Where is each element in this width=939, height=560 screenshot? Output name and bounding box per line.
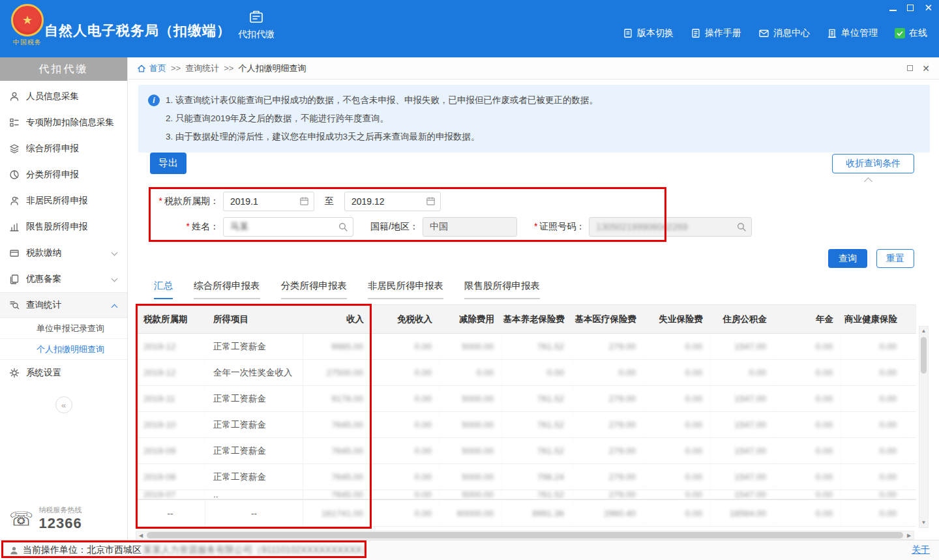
table-cell: 0.00	[644, 438, 711, 464]
window-controls: ✕	[889, 4, 932, 12]
table-cell	[905, 412, 916, 437]
user-icon	[9, 546, 19, 555]
minimize-button[interactable]	[889, 5, 897, 11]
tab-summary[interactable]: 汇总	[154, 280, 173, 299]
phone-icon: ☏	[9, 509, 34, 529]
table-row: 2019-11正常工资薪金9178.000.005000.00761.52279…	[136, 386, 916, 412]
calendar-icon[interactable]	[299, 196, 309, 206]
table-cell: 正常工资薪金	[205, 438, 303, 464]
table-cell: 761.52	[502, 386, 573, 411]
table-cell: 0.00	[644, 412, 711, 437]
search-icon[interactable]	[338, 222, 348, 232]
link-version-switch[interactable]: 版本切换	[623, 27, 674, 39]
tab-withholding-module[interactable]: 代扣代缴	[230, 8, 283, 40]
tab-restricted-shares[interactable]: 限售股所得申报表	[464, 280, 540, 299]
scroll-right-icon[interactable]: ▶	[904, 533, 914, 538]
region-input[interactable]: 中国	[423, 217, 517, 237]
content-area: i 1. 该查询统计表仅能查询已申报成功的数据，不包含未申报、申报失败，已申报但…	[128, 80, 939, 540]
tab-nonresident-income[interactable]: 非居民所得申报表	[368, 280, 443, 299]
table-header-row: 税款所属期所得项目收入免税收入减除费用基本养老保险费基本医疗保险费失业保险费住房…	[136, 304, 916, 334]
column-header: 税款所属期	[136, 305, 205, 333]
table-cell: --	[136, 500, 205, 526]
vertical-scrollbar[interactable]: ▲ ▼	[919, 326, 929, 528]
scroll-down-icon[interactable]: ▼	[919, 518, 928, 527]
query-button[interactable]: 查询	[828, 249, 867, 268]
sidebar-item-comprehensive-income[interactable]: 综合所得申报	[0, 136, 127, 162]
sidebar-item-query-statistics[interactable]: 查询统计	[0, 292, 127, 318]
collapse-caret-icon[interactable]	[864, 177, 872, 186]
info-icon: i	[148, 95, 160, 106]
table-cell: 2019-12	[136, 334, 205, 359]
table-cell: 5000.00	[440, 464, 502, 490]
sidebar-item-preferential-filing[interactable]: 优惠备案	[0, 266, 127, 292]
column-header: 免税收入	[372, 305, 440, 333]
breadcrumb-home[interactable]: 首页	[149, 63, 166, 74]
table-cell: 0.00	[372, 464, 440, 490]
reset-button[interactable]: 重置	[876, 249, 914, 268]
sidebar-subitem-personal-withholding-query[interactable]: 个人扣缴明细查询	[0, 339, 127, 360]
sidebar-item-system-settings[interactable]: 系统设置	[0, 360, 127, 386]
notice-box: i 1. 该查询统计表仅能查询已申报成功的数据，不包含未申报、申报失败，已申报但…	[138, 85, 930, 153]
sidebar-menu: 人员信息采集 专项附加扣除信息采集 综合所得申报 分类所得申报 非居民所得申报 …	[0, 81, 127, 413]
query-form-row-person: *姓名： 马某 国籍/地区： 中国 *证照号码： 130502199906042…	[151, 217, 752, 237]
table-cell: --	[205, 500, 303, 526]
export-button[interactable]: 导出	[150, 153, 186, 174]
table-body: 2019-12正常工资薪金9985.000.005000.00761.52279…	[136, 334, 916, 527]
tab-comprehensive-income[interactable]: 综合所得申报表	[194, 280, 260, 299]
sidebar-item-restricted-shares[interactable]: 限售股所得申报	[0, 214, 127, 240]
table-cell	[905, 334, 916, 359]
period-to-input[interactable]: 2019.12	[344, 192, 441, 211]
table-cell: 0.00	[841, 360, 905, 385]
sidebar-item-nonresident-income[interactable]: 非居民所得申报	[0, 188, 127, 214]
horizontal-scrollbar[interactable]: ◀ ▶	[136, 531, 914, 540]
name-value: 马某	[230, 221, 248, 233]
period-from-input[interactable]: 2019.1	[223, 192, 314, 211]
about-link[interactable]: 关于	[912, 544, 930, 556]
scroll-up-icon[interactable]: ▲	[919, 327, 928, 336]
id-number-input[interactable]: 130502199906042269	[589, 217, 752, 237]
calendar-icon[interactable]	[426, 196, 436, 206]
sidebar-title: 代扣代缴	[0, 57, 127, 81]
link-manual[interactable]: 操作手册	[691, 27, 741, 39]
panel-close-icon[interactable]: ✕	[922, 63, 930, 74]
table-cell: 5000.00	[440, 490, 502, 499]
breadcrumb-current: 个人扣缴明细查询	[238, 63, 306, 74]
name-input[interactable]: 马某	[223, 217, 353, 237]
sidebar-collapse-button[interactable]: «	[55, 396, 72, 413]
table-cell: 279.00	[573, 334, 644, 359]
vertical-scroll-thumb[interactable]	[921, 337, 927, 374]
sidebar-item-personnel-info[interactable]: 人员信息采集	[0, 83, 127, 110]
table-cell: 1547.00	[711, 386, 775, 411]
breadcrumb-section[interactable]: 查询统计	[185, 63, 219, 74]
table-cell: 9178.00	[303, 386, 372, 411]
tax-bureau-logo: ★ 中国税务	[8, 4, 47, 47]
horizontal-scroll-thumb[interactable]	[147, 532, 903, 538]
collapse-query-button[interactable]: 收折查询条件	[832, 154, 914, 173]
logo-caption: 中国税务	[8, 38, 47, 47]
table-cell: 761.52	[502, 490, 573, 499]
restore-button[interactable]	[907, 5, 914, 11]
table-cell: 0.00	[440, 360, 502, 385]
header-links: 版本切换 操作手册 消息中心 单位管理 在线	[623, 27, 927, 39]
sidebar-item-special-deduction[interactable]: 专项附加扣除信息采集	[0, 110, 127, 136]
scroll-left-icon[interactable]: ◀	[136, 533, 145, 538]
table-cell: 761.52	[502, 334, 573, 359]
tab-classified-income[interactable]: 分类所得申报表	[281, 280, 348, 299]
table-cell	[905, 500, 916, 526]
link-message-center[interactable]: 消息中心	[758, 27, 810, 39]
search-icon[interactable]	[736, 222, 747, 232]
column-header: 减除费用	[440, 305, 502, 333]
link-unit-management[interactable]: 单位管理	[827, 27, 878, 39]
link-online-status[interactable]: 在线	[895, 27, 927, 39]
sidebar-subitem-unit-declaration-query[interactable]: 单位申报记录查询	[0, 318, 127, 339]
bar-chart-icon	[9, 222, 20, 232]
search-stats-icon	[9, 300, 20, 310]
main-panel: 首页 >> 查询统计 >> 个人扣缴明细查询 ✕ i 1. 该查询统计表仅能查询…	[128, 57, 939, 540]
period-label: *税款所属期：	[151, 196, 219, 207]
id-number-label: *证照号码：	[534, 221, 585, 233]
sidebar-item-tax-payment[interactable]: 税款缴纳	[0, 240, 127, 266]
panel-restore-icon[interactable]	[907, 65, 913, 71]
sidebar-item-classified-income[interactable]: 分类所得申报	[0, 162, 127, 188]
table-cell	[905, 386, 916, 411]
close-button[interactable]: ✕	[924, 4, 932, 12]
